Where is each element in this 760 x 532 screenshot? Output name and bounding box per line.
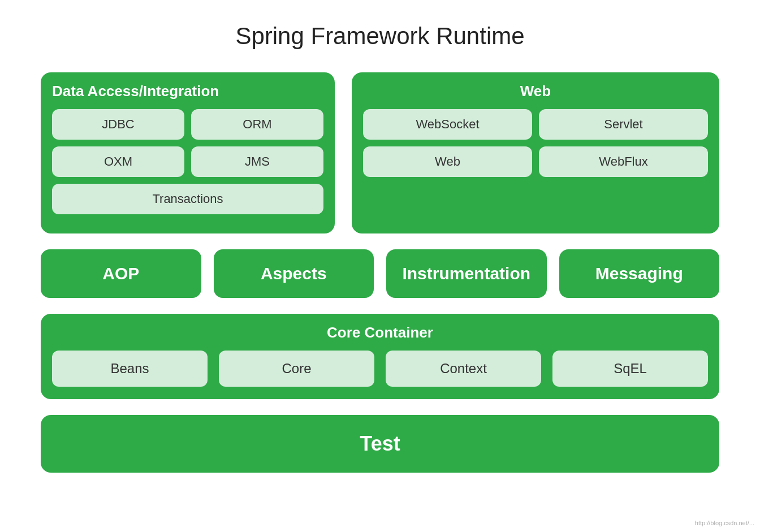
core-container-box: Core Container Beans Core Context SqEL	[41, 314, 719, 399]
aop-row: AOP Aspects Instrumentation Messaging	[41, 249, 719, 298]
messaging-label: Messaging	[595, 264, 683, 283]
jdbc-box: JDBC	[52, 109, 184, 140]
aspects-pill: Aspects	[214, 249, 374, 298]
orm-box: ORM	[191, 109, 323, 140]
page-title: Spring Framework Runtime	[41, 23, 719, 50]
aop-label: AOP	[102, 264, 139, 283]
page-container: Spring Framework Runtime Data Access/Int…	[18, 11, 742, 495]
context-box: Context	[386, 351, 541, 387]
data-access-grid: JDBC ORM OXM JMS Transactions	[52, 109, 323, 214]
transactions-box: Transactions	[52, 184, 323, 214]
messaging-pill: Messaging	[559, 249, 720, 298]
instrumentation-pill: Instrumentation	[386, 249, 547, 298]
jms-box: JMS	[191, 146, 323, 177]
aop-pill: AOP	[41, 249, 201, 298]
web-title: Web	[363, 83, 708, 100]
core-container-grid: Beans Core Context SqEL	[52, 351, 708, 387]
test-box: Test	[41, 415, 719, 473]
core-container-title: Core Container	[52, 324, 708, 341]
data-access-box: Data Access/Integration JDBC ORM OXM JMS…	[41, 72, 335, 233]
test-label: Test	[360, 432, 400, 456]
instrumentation-label: Instrumentation	[402, 264, 530, 283]
web-inner-box: Web	[363, 146, 532, 177]
sqel-box: SqEL	[552, 351, 708, 387]
webflux-box: WebFlux	[539, 146, 708, 177]
beans-box: Beans	[52, 351, 208, 387]
servlet-box: Servlet	[539, 109, 708, 140]
watermark: http://blog.csdn.net/...	[695, 520, 754, 526]
core-box: Core	[219, 351, 374, 387]
data-access-title: Data Access/Integration	[52, 83, 323, 100]
aspects-label: Aspects	[261, 264, 327, 283]
oxm-box: OXM	[52, 146, 184, 177]
top-row: Data Access/Integration JDBC ORM OXM JMS…	[41, 72, 719, 233]
websocket-box: WebSocket	[363, 109, 532, 140]
web-box: Web WebSocket Servlet Web WebFlux	[352, 72, 719, 233]
web-grid: WebSocket Servlet Web WebFlux	[363, 109, 708, 177]
